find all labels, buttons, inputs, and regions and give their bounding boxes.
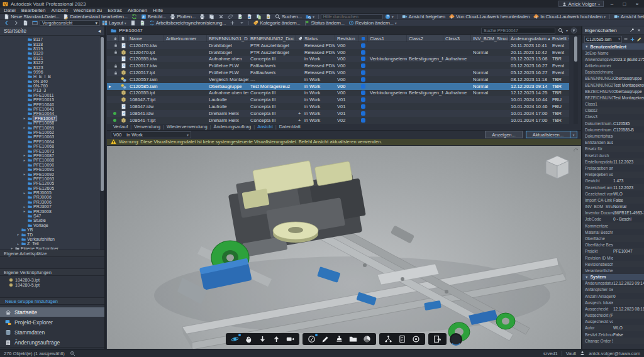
menu-aktionen[interactable]: Aktionen (128, 8, 147, 13)
plotten-button[interactable]: Plotten... (168, 14, 197, 20)
property-row[interactable]: Class2 (582, 107, 644, 114)
property-row[interactable]: Ausgecheckt von (582, 319, 644, 325)
property-row[interactable]: Freigegeben von (582, 172, 644, 178)
property-row[interactable]: BEZEICHNUNG2_...Test Montagekreuz (582, 94, 644, 101)
table-row[interactable]: 108647-T.iptLaufrolleConcepta IIIin Work… (107, 96, 569, 103)
property-row[interactable]: Artikelnummer (582, 62, 644, 69)
tree-item-pfe10088[interactable]: ▸PFE10088 (0, 158, 104, 162)
tree-item-prj3006[interactable]: PRJ3006 (0, 200, 104, 204)
property-row[interactable]: Oberfläche Besc... (582, 242, 644, 248)
help-search-input[interactable] (321, 14, 383, 19)
viewer-doc-button[interactable] (398, 335, 406, 343)
property-row[interactable]: Ausgecheckt (PC) (582, 312, 644, 319)
nav-fwd-button[interactable] (11, 20, 21, 26)
column-header-inv-bom-structure[interactable]: INV_BOM_Structure (471, 35, 509, 41)
property-row[interactable]: Gezeichnet am11.12.2023 (582, 184, 644, 190)
revision-ndern-button[interactable]: Revision ändern...▾ (347, 20, 399, 26)
view-cube[interactable] (543, 153, 571, 181)
sidebar-item-startseite[interactable]: Startseite (0, 307, 104, 317)
column-header-icon[interactable] (107, 35, 111, 41)
tree-item-pfe12005[interactable]: PFE12005 (0, 181, 104, 185)
property-row[interactable]: BENENNUNG1_D...Oberbaugruppe (582, 75, 644, 82)
property-row[interactable]: Ausgecheckt12.12.2023 08:18 (582, 305, 644, 312)
version-select[interactable]: V00 in Work ▾ (111, 131, 191, 138)
file-select[interactable]: C120585.iam ▾ (584, 36, 622, 43)
show-button[interactable]: Anzeigen... (485, 131, 523, 138)
column-header-status[interactable]: Status (303, 35, 335, 41)
tree-item-8121[interactable]: 8121 (0, 56, 104, 60)
tree-item-prj3007[interactable]: ▸PRJ3007 (0, 204, 104, 209)
tree-item-pfe10040[interactable]: PFE10040 (0, 102, 104, 106)
property-row[interactable]: Anzahl Anlagen0 (582, 293, 644, 299)
property-row[interactable]: Besitzt ZeichnungFalse (582, 331, 644, 338)
folder-search-button[interactable]: ▾ (304, 14, 316, 20)
viewer-stamp-button[interactable] (335, 335, 343, 343)
tree-item-vorlage[interactable]: Vorlage (0, 223, 104, 228)
property-row[interactable]: Material Beschre... (582, 229, 644, 235)
tab-datenblatt[interactable]: Datenblatt (277, 124, 303, 129)
datenbestand-bearbeiten-button[interactable]: Datenbestand bearbeiten... (61, 14, 129, 20)
property-row[interactable]: 3dExp Name (582, 50, 644, 56)
viewer-up-button[interactable] (272, 335, 280, 343)
property-row[interactable]: Entstanden aus (582, 140, 644, 146)
paperclip-button[interactable] (226, 14, 235, 20)
tree-item-pfe10047[interactable]: ▸PFE10047 (0, 116, 104, 121)
property-row[interactable]: INV_BOM_Struct...Normal (582, 204, 644, 210)
tree-item-pfe12605[interactable]: PFE12605 (0, 186, 104, 190)
viewer-tree-button[interactable] (384, 335, 392, 343)
remove-property-icon[interactable] (623, 36, 628, 41)
tree-item-p13-3[interactable]: P13_3 (0, 88, 104, 92)
section-header-benutzerdefiniert[interactable]: ▼Benutzerdefiniert (582, 43, 644, 50)
property-row[interactable]: Freigegeben am (582, 165, 644, 171)
filter-icon[interactable] (570, 27, 577, 34)
column-header-revision[interactable]: Revision (335, 35, 359, 41)
column-header-artikelnummer[interactable]: Artikelnummer (164, 35, 207, 41)
property-row[interactable]: Erstellungsdatu...11.12.2023 (582, 158, 644, 165)
arbeitsbereichsynchronisierung-button[interactable]: Arbeitsbereichsynchronisierung... (147, 20, 228, 26)
property-row[interactable]: BENENNUNG2_D...Test Montagekreuz (582, 82, 644, 88)
tab-verlauf[interactable]: Verlauf (111, 124, 130, 129)
property-row[interactable]: Ausgech. lokale ... (582, 299, 644, 305)
tree-item-studie[interactable]: Studie (0, 218, 104, 222)
column-header-nderungsdatum[interactable]: Änderungsdatum ▴ (509, 35, 550, 41)
property-row[interactable]: Basiszeichnung (582, 69, 644, 75)
column-header-icon[interactable] (359, 35, 368, 41)
table-row[interactable]: C120470.iptDrahtbügelPTR AusziehbügelRel… (107, 49, 569, 56)
property-row[interactable]: Dokumentnum...C120585-B (582, 126, 644, 133)
viewer-camera-button[interactable] (286, 335, 294, 343)
refresh-view-button[interactable]: Aktualisieren... (526, 131, 570, 138)
in-cloud-laufwerk-hochladen-button[interactable]: In Cloud-Laufwerk hochladen▾ (531, 14, 607, 20)
tree-item-pfe10093[interactable]: PFE10093 (0, 177, 104, 181)
doc-pair-button[interactable] (254, 14, 264, 20)
tree-item-pfe10091[interactable]: PFE10091 (0, 167, 104, 172)
menu-datei[interactable]: Datei (4, 8, 16, 13)
table-row[interactable]: 108641-T.iptDreharm HelixConcepta III+in… (107, 117, 569, 124)
viewer-target-button[interactable] (412, 335, 420, 343)
column-header-class2[interactable]: Class2 (407, 35, 443, 41)
tree-item-8120[interactable]: 8120 (0, 51, 104, 55)
tree-item-yb[interactable]: YB (0, 228, 104, 232)
doc-grid-button[interactable] (128, 20, 138, 26)
tree-item-pfe10092[interactable]: ▸PFE10092 (0, 172, 104, 176)
table-row[interactable]: C120517.iptPrüflehre FLWFaltlaufwerkRele… (107, 69, 569, 76)
link-item-104280-3-ipt[interactable]: 104280-3.ipt (0, 277, 104, 282)
tab-verwendung[interactable]: Verwendung (131, 124, 163, 129)
table-row[interactable]: C120517.idwPrüflehre FLWFaltlaufwerkRele… (107, 62, 569, 69)
tree-item-8119[interactable]: 8119 (0, 47, 104, 51)
tree-item-pfe10063[interactable]: PFE10063 (0, 135, 104, 139)
tab-wiederverwendung[interactable]: Wiederverwendung (164, 124, 210, 129)
tree-item-eigene-suchordner[interactable]: ▸Eigene Suchordner (0, 246, 104, 250)
sidebar-item-nderungsauftr-ge[interactable]: Änderungsaufträge (0, 338, 104, 347)
menu-extras[interactable]: Extras (108, 8, 122, 13)
table-row[interactable]: C120470.idwDrahtbügelPTR AusziehbügelRel… (107, 42, 569, 49)
tree-item-pfe10043[interactable]: PFE10043 (0, 107, 104, 111)
table-row[interactable]: C120555.idwAufnahme obenConcepta IIIin W… (107, 56, 569, 63)
property-row[interactable]: Revisionsbeschr... (582, 261, 644, 267)
property-row[interactable]: Class3 (582, 114, 644, 120)
search-options-caret[interactable]: ▾ (566, 28, 568, 33)
zoom-status-icon[interactable] (70, 351, 75, 356)
view-preset-select[interactable]: Vorgabeansicht▾ (40, 20, 100, 26)
tree-item-pfe10011[interactable]: PFE10011 (0, 93, 104, 97)
property-row[interactable]: Class1 (582, 101, 644, 107)
tab-ansicht[interactable]: Ansicht (255, 124, 275, 129)
